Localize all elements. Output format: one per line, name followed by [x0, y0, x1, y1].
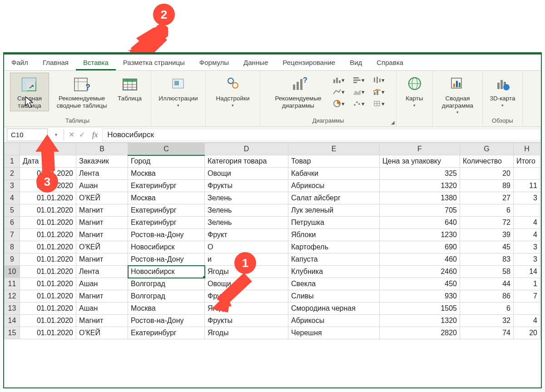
cell[interactable]: Москва [128, 192, 205, 204]
cell[interactable]: 1230 [380, 229, 460, 241]
cell[interactable]: Фрукты [205, 180, 288, 192]
cell[interactable]: Ашан [76, 278, 128, 290]
cell[interactable]: Клубника [288, 266, 380, 278]
cell[interactable]: О'КЕЙ [76, 327, 128, 339]
cell[interactable]: Количество [460, 155, 514, 168]
chart-line-button[interactable]: ▾ [331, 86, 347, 97]
cell[interactable]: 460 [380, 253, 460, 266]
cell[interactable]: 72 [460, 217, 514, 229]
tab-вставка[interactable]: Вставка [76, 56, 116, 70]
row-header[interactable]: 10 [5, 266, 20, 278]
cell[interactable]: 11 [514, 180, 540, 192]
cell[interactable]: 3 [514, 241, 540, 253]
illustrations-button[interactable]: Иллюстрации ▾ [155, 73, 201, 110]
cell[interactable]: О'КЕЙ [76, 241, 128, 253]
row-header[interactable]: 6 [5, 217, 20, 229]
row-header[interactable]: 14 [5, 315, 20, 327]
column-header-G[interactable]: G [460, 143, 514, 155]
cell[interactable]: 3 [514, 253, 540, 266]
formula-bar[interactable]: Новосибирск [102, 129, 541, 141]
cell[interactable]: Яблоки [288, 229, 380, 241]
cell[interactable]: Ашан [76, 180, 128, 192]
chart-stock-button[interactable]: ▾ [371, 74, 387, 85]
cell[interactable]: 01.01.2020 [20, 204, 76, 217]
column-header-C[interactable]: C [128, 143, 205, 155]
chart-area-button[interactable]: ▾ [351, 86, 367, 97]
cell[interactable]: Ашан [76, 303, 128, 315]
cell[interactable]: 14 [514, 266, 540, 278]
cell[interactable]: Итого [514, 155, 540, 168]
cell[interactable]: Волгоград [128, 278, 205, 290]
fx-icon[interactable]: fx [88, 130, 102, 139]
cell[interactable]: Зелень [205, 204, 288, 217]
row-header[interactable]: 15 [5, 327, 20, 339]
row-header[interactable]: 4 [5, 192, 20, 204]
cell[interactable]: Новосибирск [128, 241, 205, 253]
cell[interactable]: 44 [460, 278, 514, 290]
chart-column-button[interactable]: ▾ [331, 74, 347, 85]
cell[interactable]: 450 [380, 278, 460, 290]
cell[interactable]: Цена за упаковку [380, 155, 460, 168]
tab-файл[interactable]: Файл [4, 56, 35, 70]
row-header[interactable]: 5 [5, 204, 20, 217]
tab-данные[interactable]: Данные [236, 56, 275, 70]
cell[interactable]: 01.01.2020 [20, 315, 76, 327]
table-button[interactable]: Таблица [114, 73, 145, 104]
cell[interactable]: 7 [514, 290, 540, 303]
cell[interactable]: 01.01.2020 [20, 327, 76, 339]
cell[interactable]: 01.01.2020 [20, 192, 76, 204]
cell[interactable]: 4 [514, 229, 540, 241]
cell[interactable]: Смородина черная [288, 303, 380, 315]
cell[interactable]: 1505 [380, 303, 460, 315]
cell[interactable]: Магнит [76, 253, 128, 266]
cell[interactable]: Зелень [205, 217, 288, 229]
cell[interactable]: Сливы [288, 290, 380, 303]
cell[interactable]: 930 [380, 290, 460, 303]
cell[interactable]: 2460 [380, 266, 460, 278]
tab-рецензирование[interactable]: Рецензирование [275, 56, 342, 70]
cell[interactable]: 1380 [380, 192, 460, 204]
cell[interactable]: 39 [460, 229, 514, 241]
cell[interactable]: Лента [76, 168, 128, 180]
cell[interactable] [514, 303, 540, 315]
cell[interactable]: Город [128, 155, 205, 168]
cell[interactable]: 01.01.2020 [20, 241, 76, 253]
maps-button[interactable]: Карты ▾ [402, 73, 427, 110]
cell[interactable]: Москва [128, 168, 205, 180]
row-header[interactable]: 13 [5, 303, 20, 315]
chart-pie-button[interactable]: ▾ [331, 98, 347, 109]
cell[interactable]: 01.01.2020 [20, 278, 76, 290]
cell[interactable]: 4 [514, 217, 540, 229]
cell[interactable]: Москва [128, 303, 205, 315]
cell[interactable]: 01.01.2020 [20, 303, 76, 315]
cell[interactable]: Петрушка [288, 217, 380, 229]
column-header-F[interactable]: F [380, 143, 460, 155]
row-header[interactable]: 7 [5, 229, 20, 241]
cell[interactable]: Товар [288, 155, 380, 168]
cell[interactable]: 01.01.2020 [20, 290, 76, 303]
charts-dialog-launcher[interactable]: ◢ [391, 120, 395, 125]
row-header[interactable]: 3 [5, 180, 20, 192]
recommended-charts-button[interactable]: ? Рекомендуемые диаграммы [268, 73, 329, 111]
cell[interactable]: 705 [380, 204, 460, 217]
cell[interactable]: Фрукт [205, 229, 288, 241]
cell[interactable]: 74 [460, 327, 514, 339]
column-header-H[interactable]: H [514, 143, 540, 155]
cell[interactable]: 640 [380, 217, 460, 229]
cell[interactable]: 690 [380, 241, 460, 253]
cell[interactable]: Лук зеленый [288, 204, 380, 217]
cell[interactable]: О [205, 241, 288, 253]
cell[interactable]: Абрикосы [288, 180, 380, 192]
row-header[interactable]: 11 [5, 278, 20, 290]
addins-button[interactable]: Надстройки ▾ [213, 73, 253, 110]
row-header[interactable]: 12 [5, 290, 20, 303]
cell[interactable]: Капуста [288, 253, 380, 266]
chart-surface-button[interactable]: ▾ [371, 98, 387, 109]
column-header-E[interactable]: E [288, 143, 380, 155]
row-header[interactable]: 8 [5, 241, 20, 253]
cell[interactable]: 6 [460, 204, 514, 217]
cell[interactable]: Свекла [288, 278, 380, 290]
tab-формулы[interactable]: Формулы [192, 56, 236, 70]
select-all-corner[interactable] [5, 143, 20, 155]
tab-справка[interactable]: Справка [369, 56, 411, 70]
